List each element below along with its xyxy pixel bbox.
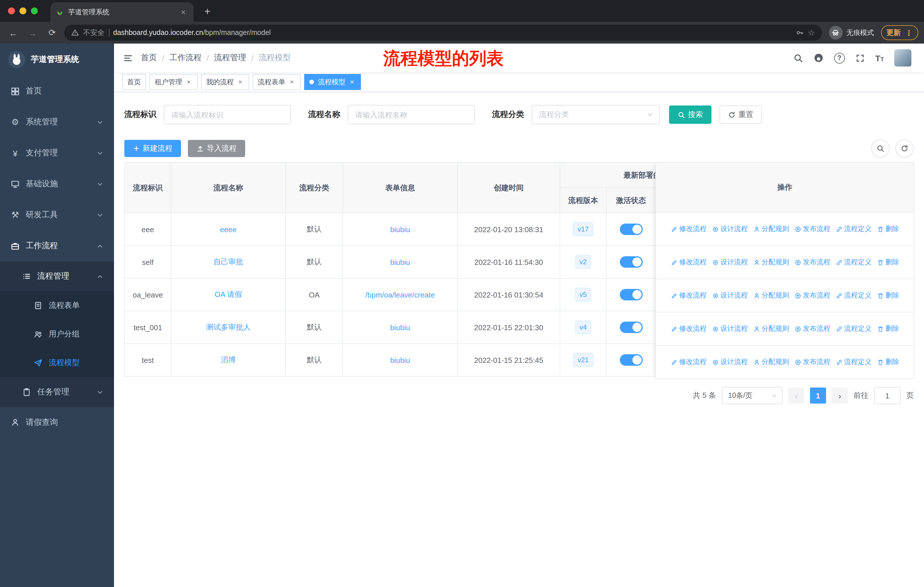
user-avatar[interactable] bbox=[894, 49, 911, 66]
close-icon[interactable]: × bbox=[348, 78, 356, 86]
window-zoom-button[interactable] bbox=[31, 7, 38, 14]
active-toggle[interactable] bbox=[620, 289, 642, 300]
process-definition-link[interactable]: 流程定义 bbox=[835, 257, 871, 267]
modify-process-link[interactable]: 修改流程 bbox=[670, 357, 706, 367]
design-process-link[interactable]: 设计流程 bbox=[712, 357, 748, 367]
sidebar-item-dev-tools[interactable]: ⚒ 研发工具 bbox=[0, 200, 114, 230]
window-minimize-button[interactable] bbox=[20, 7, 26, 14]
sidebar-item-process-model[interactable]: 流程模型 bbox=[0, 349, 114, 377]
delete-link[interactable]: 删除 bbox=[877, 224, 899, 234]
sidebar-item-process-mgmt[interactable]: 流程管理 bbox=[0, 261, 114, 291]
sidebar-item-infrastructure[interactable]: 基础设施 bbox=[0, 169, 114, 200]
modify-process-link[interactable]: 修改流程 bbox=[670, 324, 706, 334]
tag-tenant-mgmt[interactable]: 租户管理× bbox=[150, 74, 198, 90]
bookmark-star-icon[interactable]: ☆ bbox=[808, 28, 815, 37]
back-icon[interactable]: ← bbox=[6, 28, 21, 38]
address-bar[interactable]: 不安全 dashboard.yudao.iocoder.cn/bpm/manag… bbox=[64, 25, 822, 41]
kebab-menu-icon[interactable]: ⋮ bbox=[905, 28, 912, 37]
create-process-button[interactable]: 新建流程 bbox=[124, 140, 181, 157]
publish-process-link[interactable]: 发布流程 bbox=[794, 291, 830, 300]
browser-tab[interactable]: 芋道管理系统 × bbox=[50, 2, 194, 22]
tag-my-process[interactable]: 我的流程× bbox=[201, 74, 249, 90]
process-name-input[interactable] bbox=[348, 105, 475, 124]
key-icon[interactable] bbox=[796, 29, 804, 37]
fullscreen-icon[interactable] bbox=[855, 53, 865, 63]
process-id-input[interactable] bbox=[164, 105, 291, 124]
version-badge[interactable]: v17 bbox=[573, 222, 594, 236]
forward-icon[interactable]: → bbox=[25, 28, 40, 38]
breadcrumb-home[interactable]: 首页 bbox=[141, 53, 157, 63]
search-button[interactable]: 搜索 bbox=[669, 106, 711, 124]
publish-process-link[interactable]: 发布流程 bbox=[794, 357, 830, 367]
reset-button[interactable]: 重置 bbox=[719, 106, 762, 124]
sidebar-item-payment-mgmt[interactable]: ¥ 支付管理 bbox=[0, 137, 114, 169]
assign-rule-link[interactable]: 分配规则 bbox=[753, 291, 789, 300]
search-icon[interactable] bbox=[793, 53, 803, 63]
github-icon[interactable] bbox=[813, 53, 823, 63]
process-name-link[interactable]: 滔博 bbox=[221, 356, 236, 364]
version-badge[interactable]: v21 bbox=[573, 353, 594, 367]
process-definition-link[interactable]: 流程定义 bbox=[835, 224, 871, 234]
sidebar-item-user-group[interactable]: 用户分组 bbox=[0, 320, 114, 349]
active-toggle[interactable] bbox=[620, 256, 642, 268]
tab-close-icon[interactable]: × bbox=[179, 7, 188, 17]
modify-process-link[interactable]: 修改流程 bbox=[670, 291, 706, 300]
breadcrumb-process-mgmt[interactable]: 流程管理 bbox=[214, 53, 246, 63]
process-name-link[interactable]: eeee bbox=[220, 225, 237, 233]
security-label[interactable]: 不安全 bbox=[83, 28, 104, 38]
browser-update-button[interactable]: 更新 ⋮ bbox=[881, 25, 918, 40]
sidebar-item-process-form[interactable]: 流程表单 bbox=[0, 291, 114, 320]
design-process-link[interactable]: 设计流程 bbox=[712, 224, 748, 234]
modify-process-link[interactable]: 修改流程 bbox=[670, 224, 706, 234]
form-info-link[interactable]: biubiu bbox=[390, 323, 410, 332]
active-toggle[interactable] bbox=[620, 322, 642, 333]
sidebar-item-workflow[interactable]: 工作流程 bbox=[0, 230, 114, 261]
process-definition-link[interactable]: 流程定义 bbox=[835, 357, 871, 367]
help-icon[interactable]: ? bbox=[834, 53, 845, 63]
page-size-select[interactable]: 10条/页 bbox=[722, 387, 782, 404]
design-process-link[interactable]: 设计流程 bbox=[712, 324, 748, 334]
app-logo[interactable]: 芋道管理系统 bbox=[0, 43, 114, 76]
process-name-link[interactable]: 测试多审批人 bbox=[206, 323, 251, 331]
sidebar-item-leave-query[interactable]: 请假查询 bbox=[0, 407, 114, 438]
refresh-table-button[interactable] bbox=[895, 139, 914, 158]
assign-rule-link[interactable]: 分配规则 bbox=[753, 357, 789, 367]
form-info-link[interactable]: biubiu bbox=[390, 225, 410, 233]
next-page-button[interactable]: › bbox=[832, 387, 848, 403]
active-toggle[interactable] bbox=[620, 223, 642, 235]
version-badge[interactable]: v4 bbox=[575, 321, 591, 334]
delete-link[interactable]: 删除 bbox=[877, 324, 899, 334]
publish-process-link[interactable]: 发布流程 bbox=[794, 324, 830, 334]
new-tab-button[interactable]: + bbox=[201, 6, 214, 18]
breadcrumb-workflow[interactable]: 工作流程 bbox=[170, 53, 201, 63]
process-definition-link[interactable]: 流程定义 bbox=[835, 291, 871, 300]
sidebar-collapse-icon[interactable] bbox=[123, 53, 133, 63]
sidebar-item-home[interactable]: 首页 bbox=[0, 76, 114, 107]
prev-page-button[interactable]: ‹ bbox=[788, 387, 804, 403]
tag-process-form[interactable]: 流程表单× bbox=[252, 74, 301, 90]
tag-home[interactable]: 首页 bbox=[122, 74, 146, 90]
assign-rule-link[interactable]: 分配规则 bbox=[753, 324, 789, 334]
sidebar-item-system-mgmt[interactable]: ⚙ 系统管理 bbox=[0, 107, 114, 137]
current-page[interactable]: 1 bbox=[810, 387, 826, 403]
process-name-link[interactable]: 自己审批 bbox=[213, 257, 243, 266]
window-close-button[interactable] bbox=[8, 7, 15, 14]
publish-process-link[interactable]: 发布流程 bbox=[794, 257, 830, 267]
font-size-icon[interactable]: TT bbox=[875, 53, 884, 63]
process-category-select[interactable]: 流程分类 bbox=[531, 105, 660, 124]
close-icon[interactable]: × bbox=[288, 78, 295, 86]
form-info-link[interactable]: /bpm/oa/leave/create bbox=[365, 290, 435, 299]
tag-process-model[interactable]: 流程模型× bbox=[304, 74, 361, 90]
goto-page-input[interactable] bbox=[874, 387, 901, 404]
version-badge[interactable]: v5 bbox=[575, 288, 591, 301]
design-process-link[interactable]: 设计流程 bbox=[712, 257, 748, 267]
assign-rule-link[interactable]: 分配规则 bbox=[753, 224, 789, 234]
design-process-link[interactable]: 设计流程 bbox=[712, 291, 748, 300]
delete-link[interactable]: 删除 bbox=[877, 257, 899, 267]
version-badge[interactable]: v2 bbox=[575, 255, 591, 269]
active-toggle[interactable] bbox=[620, 354, 642, 366]
process-name-link[interactable]: OA 请假 bbox=[214, 290, 242, 299]
close-icon[interactable]: × bbox=[237, 78, 244, 86]
publish-process-link[interactable]: 发布流程 bbox=[794, 224, 830, 234]
toggle-search-button[interactable] bbox=[871, 139, 889, 158]
